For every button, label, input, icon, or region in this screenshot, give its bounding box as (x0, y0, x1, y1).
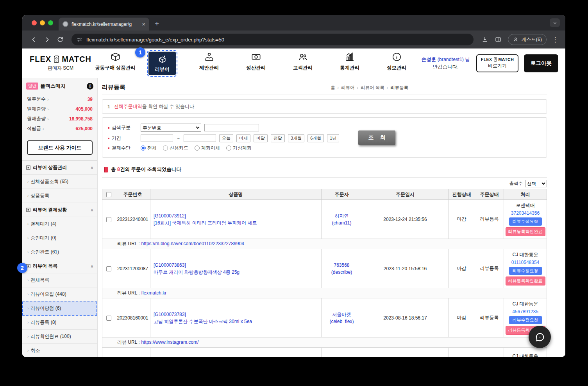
orderer-link[interactable]: 서울마켓(celeb_flex) (322, 311, 362, 325)
user-name[interactable]: 손성훈 (422, 57, 436, 62)
sidebar-item-payment-pending[interactable]: ›결제대기 (4) (22, 217, 97, 231)
sidebar-section-reviewer-payments[interactable]: 리뷰어 결제상황 ∧ (22, 203, 97, 217)
sidebar-item-review-confirmed[interactable]: ›리뷰확인완료 (100) (22, 330, 97, 344)
sidebar-item-review-register[interactable]: ›리뷰등록 (8) (22, 316, 97, 330)
chevron-right-icon: › (27, 292, 29, 296)
stat-reward-points[interactable]: 적립금› 625,000 (27, 125, 93, 132)
logo-text-right: MATCH (62, 55, 91, 64)
sidebar-item-reviewer-recruit[interactable]: ›리뷰어모집 (448) (22, 287, 97, 302)
period-start-input[interactable] (141, 135, 173, 142)
result-summary: 총 8건의 주문이 조회되었습니다 (104, 166, 547, 173)
period-1-year-button[interactable]: 1년 (327, 134, 339, 142)
breadcrumb-reviewer[interactable]: 리뷰어 (341, 85, 355, 91)
notification-badge[interactable]: 0 (87, 83, 93, 90)
period-3-months-button[interactable]: 3개월 (288, 134, 304, 142)
period-6-months-button[interactable]: 6개월 (307, 134, 324, 142)
select-all-checkbox[interactable] (106, 192, 111, 197)
review-url-link[interactable]: https://www.instagram.com/ (141, 339, 199, 345)
reload-button[interactable] (54, 34, 66, 45)
chevron-right-icon: › (47, 97, 49, 102)
nav-item-reviewer[interactable]: 리뷰어 (139, 52, 186, 75)
logout-button[interactable]: 로그아웃 (524, 54, 558, 72)
browser-profile-button[interactable]: 게스트(6) (508, 34, 547, 45)
forward-button[interactable] (41, 34, 53, 45)
product-link[interactable]: [G1000073863]마무르 캐리어 차량용방향제색상 4종 25g (154, 262, 318, 276)
product-link[interactable]: [G1000073912][16회차] 국제특허 이태리 프리미엄 두피케어 세… (154, 212, 318, 226)
review-edit-request-button[interactable]: 리뷰수정요청 (509, 267, 542, 275)
back-button[interactable] (28, 34, 39, 45)
nav-item-proposal-management[interactable]: 제안관리 (186, 52, 232, 75)
sidebar-item-all-products[interactable]: ›전체상품조회 (65) (22, 175, 97, 189)
period-last-month-button[interactable]: 전달 (271, 134, 285, 142)
output-count-select[interactable]: 선택 (525, 180, 547, 187)
payment-option-credit-card[interactable]: 신용카드 (163, 145, 188, 151)
window-close-button[interactable] (32, 20, 37, 25)
window-minimize-button[interactable] (40, 20, 45, 25)
browser-menu-button[interactable]: ⋮ (550, 36, 560, 44)
search-type-select[interactable]: 주문번호 (141, 124, 201, 132)
browser-tab[interactable]: flexmatch.kr/sellermanager/g × (59, 18, 149, 31)
sidebar-item-approval-pending[interactable]: ›승인대기 (0) (22, 231, 97, 245)
payment-option-bank-transfer[interactable]: 계좌이체 (195, 145, 220, 151)
nav-item-settlement-management[interactable]: 정산관리 (232, 52, 279, 75)
chat-widget-button[interactable] (529, 326, 551, 348)
money-icon (251, 52, 261, 62)
review-confirm-complete-button[interactable]: 리뷰등록확인완료 (506, 227, 545, 236)
row-checkbox[interactable] (106, 217, 111, 222)
stat-daily-sales[interactable]: 일매출량› 405,000 (27, 106, 93, 112)
orderer-link[interactable]: 763568(describe) (322, 262, 362, 276)
sidebar-section-reviewer-products[interactable]: 리뷰어 상품관리 ∧ (22, 161, 97, 175)
stat-daily-orders[interactable]: 일주문수› 39 (27, 96, 93, 102)
flexmatch-logo[interactable]: FLEX MATCH 판매자 SCM (29, 55, 92, 72)
search-keyword-input[interactable] (204, 124, 259, 131)
payment-option-all[interactable]: 전체 (141, 145, 157, 151)
chevron-right-icon: › (47, 117, 49, 121)
stat-monthly-sales[interactable]: 월매출량› 16,998,758 (27, 115, 93, 122)
product-link[interactable]: [G1000073783]고님 히알루론산 수분폭탄 마스크팩 30ml x 5… (154, 311, 318, 325)
side-panel-button[interactable] (492, 34, 504, 45)
period-this-month-button[interactable]: 이달 (254, 134, 268, 142)
period-end-input[interactable] (184, 135, 216, 142)
address-bar[interactable]: flexmatch.kr/sellermanager/goods_e/exp_o… (71, 34, 474, 45)
divider (102, 178, 547, 178)
sidebar-item-cancel[interactable]: ›취소 (22, 344, 97, 357)
review-url-link[interactable]: flexmatch.kr (141, 290, 167, 296)
period-today-button[interactable]: 오늘 (219, 134, 233, 142)
download-button[interactable] (479, 34, 491, 45)
tracking-number-link[interactable]: 37203414356 (511, 210, 540, 216)
logo-person-icon (53, 55, 60, 63)
flexmatch-shortcut-button[interactable]: FLEX MATCH 바로가기 (476, 54, 518, 72)
tracking-number-link[interactable]: 4567891235 (512, 309, 538, 314)
breadcrumb-reviewer-list[interactable]: 리뷰어 목록 (361, 85, 384, 91)
nav-item-customer-management[interactable]: 고객관리 (279, 52, 326, 75)
sidebar-section-reviewer-list[interactable]: 리뷰어 목록 ∧ (22, 259, 97, 273)
review-url-link[interactable]: https://m.blog.naver.com/boe0110/2233227… (141, 241, 244, 246)
new-tab-button[interactable]: + (155, 20, 159, 28)
nav-item-statistics-management[interactable]: 통계관리 (326, 52, 373, 75)
review-edit-request-button[interactable]: 리뷰수정요청 (509, 316, 542, 324)
tab-close-icon[interactable]: × (142, 21, 145, 27)
nav-item-info-management[interactable]: 정보관리 (373, 52, 420, 75)
orderer-link[interactable]: 허지연(cham11) (322, 212, 362, 226)
review-confirm-complete-button[interactable]: 리뷰등록확인완료 (506, 276, 545, 285)
review-edit-request-button[interactable]: 리뷰수정요청 (509, 217, 542, 226)
sidebar-item-reviewer-winners[interactable]: ›리뷰어당첨 (6) (22, 302, 97, 316)
sidebar-item-approval-complete[interactable]: ›승인완료 (61) (22, 245, 97, 259)
search-submit-button[interactable]: 조 회 (358, 130, 395, 145)
sidebar-item-product-register[interactable]: ›상품등록 (22, 189, 97, 203)
window-zoom-button[interactable] (48, 20, 53, 25)
brand-guide-button[interactable]: 브랜드 사용 가이드 (27, 140, 93, 155)
side-panel-icon (495, 36, 502, 43)
carrier-name: CJ 대한통운 (513, 353, 538, 357)
notice-box: 1 전체주문내역을 확인 하실 수 있습니다 (102, 99, 547, 114)
payment-option-virtual-account[interactable]: 가상계좌 (226, 145, 252, 151)
nav-item-group-buy-products[interactable]: 공동구매 상품관리 (92, 52, 139, 75)
tab-search-button[interactable] (550, 18, 560, 27)
tracking-number-link[interactable]: 01110548354 (511, 260, 540, 265)
period-yesterday-button[interactable]: 어제 (236, 134, 250, 142)
order-date: 2023-08-16 18:56:17 (362, 298, 449, 338)
row-checkbox[interactable] (106, 266, 111, 271)
sidebar-item-full-list[interactable]: ›전체목록 (22, 273, 97, 287)
breadcrumb-home[interactable]: 홈 (331, 85, 335, 91)
row-checkbox[interactable] (106, 316, 111, 321)
